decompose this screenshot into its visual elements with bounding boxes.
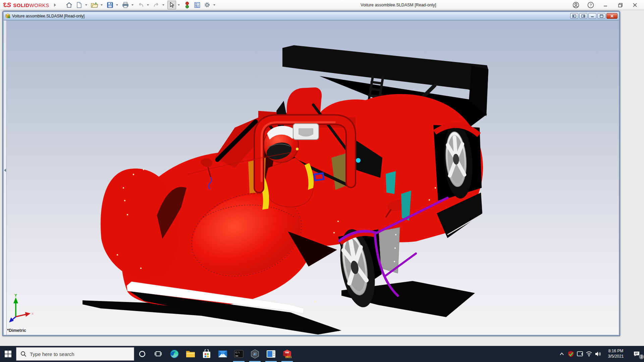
application-titlebar: 3SSOLIDWORKS: [0, 0, 644, 10]
doc-minimize-button[interactable]: [588, 13, 596, 19]
close-button[interactable]: [631, 1, 639, 9]
tray-volume-button[interactable]: [593, 346, 602, 362]
feature-manager-collapsed-panel[interactable]: [4, 20, 7, 335]
save-dropdown-caret[interactable]: [116, 4, 118, 6]
undo-dropdown-caret[interactable]: [147, 4, 149, 6]
notification-count-badge: 3: [639, 354, 644, 359]
volume-icon: [595, 351, 601, 357]
tile-right-icon: [581, 14, 585, 18]
file-explorer-icon: [186, 350, 195, 358]
taskbar-app-mail[interactable]: [215, 346, 231, 362]
cortana-button[interactable]: [134, 346, 150, 362]
tray-date: 3/5/2021: [602, 354, 629, 359]
document-titlebar[interactable]: Voiture assomblee.SLDASM [Read-only]: [4, 12, 619, 20]
traffic-light-icon: [185, 2, 189, 8]
display-cast-icon: [577, 351, 583, 357]
triad-y-label: Y: [14, 293, 17, 297]
edrawings-icon: [250, 349, 260, 359]
solidworks-2021-icon: SW 2021: [282, 349, 292, 359]
tray-display-icon-button[interactable]: [575, 346, 584, 362]
system-tray: 8:16 PM 3/5/2021 3: [557, 346, 644, 362]
options-dropdown-caret[interactable]: [213, 4, 215, 6]
home-icon: [66, 2, 72, 8]
doc-close-icon: [610, 14, 614, 18]
open-dropdown-caret[interactable]: [101, 4, 103, 6]
mail-icon: [218, 350, 227, 358]
tray-wifi-button[interactable]: [584, 346, 593, 362]
tray-chevron-button[interactable]: [557, 346, 566, 362]
doc-maximize-button[interactable]: [597, 13, 605, 19]
taskbar-app-file-explorer[interactable]: [182, 346, 199, 362]
window-controls: ?: [572, 0, 644, 10]
rebuild-button[interactable]: [183, 1, 192, 9]
task-view-icon: [154, 350, 162, 358]
rearview-mirror[interactable]: [293, 124, 319, 140]
triad-x-label: x: [32, 311, 34, 315]
minimize-icon: [603, 3, 608, 7]
open-button[interactable]: [90, 1, 99, 9]
account-button[interactable]: [572, 1, 580, 9]
taskbar-app-store[interactable]: [199, 346, 215, 362]
taskbar-app-command-prompt[interactable]: C:\: [231, 346, 247, 362]
notification-center-button[interactable]: 3: [629, 346, 644, 362]
tray-time: 8:16 PM: [602, 349, 629, 354]
graphics-viewport[interactable]: Y x *Dimetric: [4, 20, 619, 335]
panel-expand-arrow-icon[interactable]: [4, 169, 6, 172]
tile-left-icon: [572, 14, 576, 18]
document-window: Voiture assomblee.SLDASM [Read-only]: [3, 11, 620, 336]
quick-access-toolbar: [65, 1, 217, 9]
restore-icon: [618, 3, 623, 8]
restore-button[interactable]: [616, 1, 624, 9]
application-client-area: Voiture assomblee.SLDASM [Read-only]: [0, 10, 644, 346]
document-title: Voiture assomblee.SLDASM [Read-only]: [12, 14, 85, 18]
tray-clock[interactable]: 8:16 PM 3/5/2021: [602, 349, 629, 359]
minimize-button[interactable]: [602, 1, 609, 9]
taskbar-search[interactable]: [16, 347, 134, 361]
assembly-document-icon: [5, 13, 10, 18]
cortana-icon: [139, 350, 146, 358]
microsoft-store-icon: [202, 349, 211, 359]
view-orientation-label: *Dimetric: [7, 328, 26, 333]
search-input[interactable]: [30, 351, 120, 357]
logo-glyph: 3: [3, 1, 7, 9]
home-button[interactable]: [65, 1, 73, 9]
doc-close-button[interactable]: [606, 13, 618, 19]
new-dropdown-caret[interactable]: [85, 4, 87, 6]
save-button[interactable]: [106, 1, 114, 9]
windows-logo-icon: [4, 350, 12, 358]
windows-taskbar: C:\ SW 2021: [0, 346, 644, 362]
print-dropdown-caret[interactable]: [131, 4, 133, 6]
svg-text:C:\: C:\: [235, 351, 240, 354]
task-view-button[interactable]: [150, 346, 166, 362]
model-3d-view[interactable]: [4, 20, 619, 335]
taskbar-app-display-app[interactable]: [263, 346, 279, 362]
gear-icon: [204, 2, 210, 8]
new-document-button[interactable]: [75, 1, 84, 9]
display-settings-button[interactable]: [193, 1, 202, 9]
select-tool-button[interactable]: [167, 1, 176, 9]
toolbar-expand-icon[interactable]: [54, 3, 56, 7]
help-button[interactable]: ?: [587, 1, 594, 9]
select-dropdown-caret[interactable]: [178, 4, 180, 6]
redo-button[interactable]: [152, 1, 161, 9]
print-button[interactable]: [121, 1, 130, 9]
tile-left-button[interactable]: [570, 13, 578, 19]
display-app-icon: [266, 350, 276, 358]
svg-text:SW: SW: [285, 351, 289, 354]
taskbar-app-solidworks[interactable]: SW 2021: [279, 346, 295, 362]
solidworks-logo: 3SSOLIDWORKS: [3, 1, 49, 9]
taskbar-app-edrawings[interactable]: [247, 346, 263, 362]
taskbar-app-edge[interactable]: [166, 346, 182, 362]
tray-solidworks-monitor[interactable]: [566, 346, 575, 362]
undo-button[interactable]: [137, 1, 145, 9]
start-button[interactable]: [0, 346, 16, 362]
svg-text:2021: 2021: [285, 355, 292, 359]
redo-dropdown-caret[interactable]: [162, 4, 164, 6]
select-cursor-icon: [169, 2, 174, 8]
account-icon: [573, 2, 579, 8]
close-icon: [633, 3, 637, 7]
search-icon: [20, 351, 26, 357]
tile-right-button[interactable]: [579, 13, 587, 19]
document-caption-buttons: [570, 13, 618, 19]
options-button[interactable]: [203, 1, 212, 9]
